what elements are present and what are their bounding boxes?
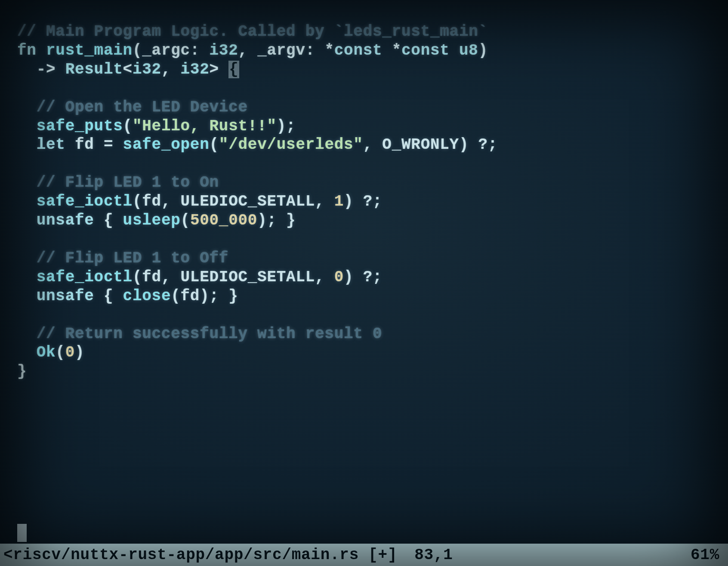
status-scroll-percent: 61% bbox=[691, 546, 719, 564]
type: i32 bbox=[181, 61, 210, 78]
comment-line: // Open the LED Device bbox=[17, 98, 248, 116]
line-cursor bbox=[17, 524, 27, 542]
punct: ) ?; bbox=[344, 268, 382, 286]
comment-line: // Return successfully with result 0 bbox=[17, 325, 382, 343]
number: 0 bbox=[65, 344, 75, 361]
string-literal: "/dev/userleds" bbox=[219, 136, 363, 154]
punct: > bbox=[210, 61, 229, 78]
punct: , bbox=[363, 136, 383, 154]
punct: ) ?; bbox=[459, 136, 497, 154]
code-text: (fd, bbox=[133, 268, 181, 286]
punct: ); } bbox=[257, 212, 296, 229]
status-file-path: <riscv/nuttx-rust-app/app/src/main.rs [+… bbox=[3, 546, 397, 564]
indent bbox=[17, 268, 37, 286]
punct: ) ?; bbox=[344, 193, 382, 210]
constant: O_WRONLY bbox=[382, 136, 459, 154]
type: i32 bbox=[210, 42, 238, 59]
number: 0 bbox=[334, 268, 344, 286]
type: u8 bbox=[450, 42, 478, 59]
function-call: usleep bbox=[123, 212, 181, 229]
punct: , bbox=[315, 193, 334, 210]
string-literal: "Hello, Rust!!" bbox=[133, 117, 277, 135]
status-bar: <riscv/nuttx-rust-app/app/src/main.rs [+… bbox=[0, 544, 728, 566]
keyword: let bbox=[37, 136, 65, 154]
constant: ULEDIOC_SETALL bbox=[181, 193, 315, 210]
ok-variant: Ok bbox=[37, 344, 56, 361]
cursor: { bbox=[228, 61, 239, 78]
number: 500_000 bbox=[190, 212, 257, 229]
indent bbox=[17, 344, 37, 361]
indent bbox=[17, 117, 37, 135]
type: i32 bbox=[133, 61, 161, 78]
indent bbox=[17, 136, 37, 154]
code-text: * bbox=[382, 42, 401, 59]
function-name: rust_main bbox=[37, 42, 133, 59]
keyword: const bbox=[334, 42, 383, 59]
punct: ) bbox=[478, 42, 488, 59]
punct: { bbox=[94, 287, 123, 305]
punct: (fd); } bbox=[171, 287, 238, 305]
punct: , bbox=[315, 268, 334, 286]
keyword: unsafe bbox=[37, 287, 94, 305]
code-text: , _argv: * bbox=[238, 42, 334, 59]
punct: ) bbox=[75, 344, 84, 361]
indent bbox=[17, 193, 37, 210]
function-call: safe_ioctl bbox=[37, 268, 133, 286]
indent bbox=[17, 212, 37, 229]
punct: } bbox=[17, 363, 27, 380]
comment-line: // Flip LED 1 to On bbox=[17, 174, 219, 191]
keyword: fn bbox=[17, 42, 37, 59]
punct: ( bbox=[181, 212, 190, 229]
code-text: fd = bbox=[65, 136, 123, 154]
function-call: safe_open bbox=[123, 136, 210, 154]
function-call: safe_puts bbox=[37, 117, 123, 135]
type: Result bbox=[65, 61, 123, 78]
function-call: close bbox=[123, 287, 171, 305]
comment-line: // Flip LED 1 to Off bbox=[17, 249, 228, 267]
number: 1 bbox=[334, 193, 344, 210]
punct: ( bbox=[123, 117, 133, 135]
punct: -> bbox=[17, 61, 65, 78]
constant: ULEDIOC_SETALL bbox=[181, 268, 315, 286]
keyword: const bbox=[401, 42, 450, 59]
punct: { bbox=[94, 212, 123, 229]
punct: < bbox=[123, 61, 133, 78]
code-text: (_argc: bbox=[133, 42, 210, 59]
indent bbox=[17, 287, 37, 305]
function-call: safe_ioctl bbox=[37, 193, 133, 210]
punct: ( bbox=[56, 344, 65, 361]
punct: ( bbox=[210, 136, 219, 154]
comment-line: // Main Program Logic. Called by `leds_r… bbox=[17, 23, 488, 40]
punct: , bbox=[161, 61, 181, 78]
code-editor[interactable]: // Main Program Logic. Called by `leds_r… bbox=[17, 22, 711, 538]
punct: ); bbox=[277, 117, 296, 135]
status-cursor-position: 83,1 bbox=[414, 546, 453, 564]
code-text: (fd, bbox=[133, 193, 181, 210]
keyword: unsafe bbox=[37, 212, 94, 229]
